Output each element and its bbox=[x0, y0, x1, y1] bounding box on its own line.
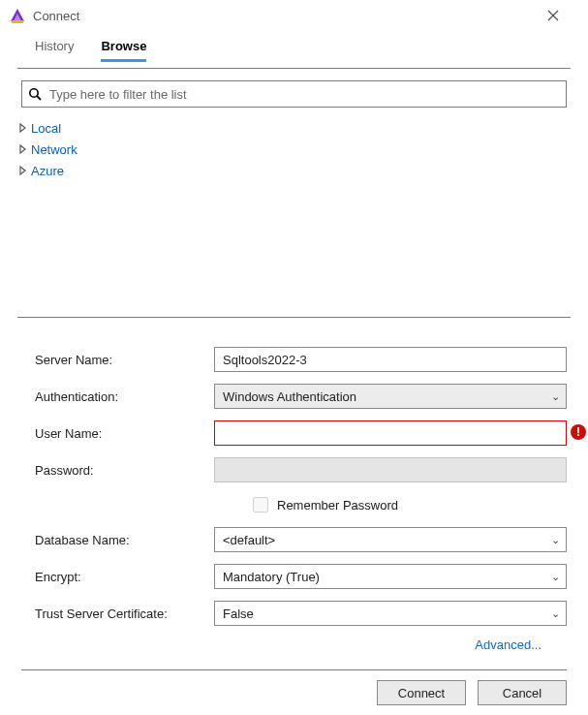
row-remember-password: Remember Password bbox=[249, 494, 567, 515]
tab-history[interactable]: History bbox=[35, 39, 74, 62]
row-database-name: Database Name: <default> ⌄ bbox=[35, 527, 567, 552]
encrypt-label: Encrypt: bbox=[35, 570, 214, 584]
caret-right-icon bbox=[17, 166, 29, 175]
trust-cert-select[interactable]: False ⌄ bbox=[214, 601, 567, 626]
connection-form: Server Name: Authentication: Windows Aut… bbox=[35, 347, 567, 652]
row-server-name: Server Name: bbox=[35, 347, 567, 372]
database-name-select[interactable]: <default> ⌄ bbox=[214, 527, 567, 552]
close-icon bbox=[547, 10, 559, 21]
divider-mid bbox=[17, 317, 571, 318]
tree-item-label: Azure bbox=[31, 164, 64, 178]
window-title: Connect bbox=[33, 9, 547, 23]
row-authentication: Authentication: Windows Authentication ⌄ bbox=[35, 384, 567, 409]
cancel-button[interactable]: Cancel bbox=[478, 680, 567, 705]
search-icon bbox=[28, 87, 42, 101]
authentication-label: Authentication: bbox=[35, 389, 214, 404]
svg-line-4 bbox=[37, 96, 41, 100]
footer: Connect Cancel bbox=[0, 669, 588, 705]
user-name-label: User Name: bbox=[35, 426, 214, 441]
row-user-name: User Name: ! bbox=[35, 420, 567, 446]
app-icon bbox=[8, 6, 27, 25]
advanced-link-row: Advanced... bbox=[35, 637, 542, 652]
filter-input[interactable] bbox=[47, 86, 560, 103]
trust-cert-label: Trust Server Certificate: bbox=[35, 606, 214, 621]
remember-password-label: Remember Password bbox=[277, 498, 398, 513]
tab-bar: History Browse bbox=[0, 29, 588, 62]
row-encrypt: Encrypt: Mandatory (True) ⌄ bbox=[35, 564, 567, 589]
svg-point-3 bbox=[30, 89, 38, 97]
row-trust-cert: Trust Server Certificate: False ⌄ bbox=[35, 601, 567, 626]
tree-item-azure[interactable]: Azure bbox=[17, 160, 571, 181]
database-name-label: Database Name: bbox=[35, 533, 214, 547]
encrypt-value: Mandatory (True) bbox=[223, 570, 320, 584]
remember-password-checkbox bbox=[253, 497, 268, 513]
error-icon: ! bbox=[571, 424, 586, 440]
tree-item-local[interactable]: Local bbox=[17, 117, 571, 139]
title-bar: Connect bbox=[0, 0, 588, 29]
caret-right-icon bbox=[17, 123, 29, 133]
filter-box[interactable] bbox=[21, 80, 567, 108]
server-name-label: Server Name: bbox=[35, 353, 214, 367]
tree-item-network[interactable]: Network bbox=[17, 139, 571, 160]
tab-browse[interactable]: Browse bbox=[101, 39, 146, 62]
chevron-down-icon: ⌄ bbox=[551, 390, 560, 403]
spacer bbox=[0, 185, 588, 311]
chevron-down-icon: ⌄ bbox=[551, 571, 560, 583]
caret-right-icon bbox=[17, 144, 29, 154]
connect-button[interactable]: Connect bbox=[377, 680, 466, 705]
tree-item-label: Local bbox=[31, 121, 61, 136]
close-button[interactable] bbox=[547, 10, 578, 21]
row-password: Password: bbox=[35, 457, 567, 482]
svg-rect-0 bbox=[12, 20, 23, 23]
divider-bottom bbox=[21, 669, 567, 670]
authentication-value: Windows Authentication bbox=[223, 389, 356, 404]
tree-item-label: Network bbox=[31, 142, 77, 157]
encrypt-select[interactable]: Mandatory (True) ⌄ bbox=[214, 564, 567, 589]
advanced-link[interactable]: Advanced... bbox=[475, 637, 542, 652]
user-name-input[interactable] bbox=[214, 420, 567, 446]
password-input bbox=[214, 457, 567, 482]
password-label: Password: bbox=[35, 463, 214, 478]
server-name-input[interactable] bbox=[214, 347, 567, 372]
chevron-down-icon: ⌄ bbox=[551, 607, 560, 620]
chevron-down-icon: ⌄ bbox=[551, 534, 560, 546]
server-tree: Local Network Azure bbox=[17, 117, 571, 181]
database-name-value: <default> bbox=[223, 533, 275, 547]
trust-cert-value: False bbox=[223, 606, 254, 621]
divider-top bbox=[17, 68, 571, 69]
authentication-select[interactable]: Windows Authentication ⌄ bbox=[214, 384, 567, 409]
